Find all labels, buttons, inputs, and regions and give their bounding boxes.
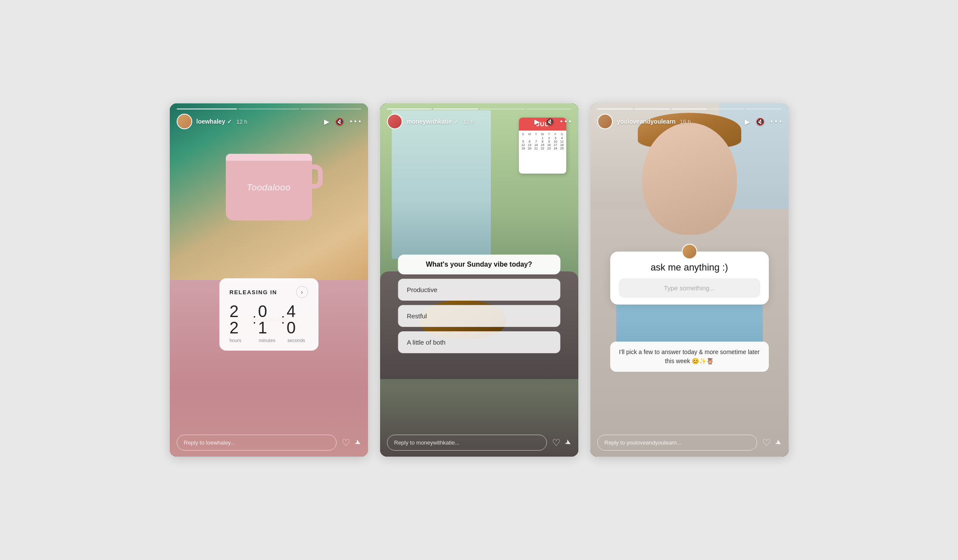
poll-question: What's your Sunday vibe today? [398, 255, 560, 274]
more-icon-3[interactable]: • • • [771, 118, 782, 125]
window-light [392, 110, 491, 258]
ask-input[interactable]: Type something... [619, 278, 760, 298]
poll-widget: What's your Sunday vibe today? Productiv… [398, 255, 560, 358]
more-icon-1[interactable]: • • • [350, 118, 361, 125]
countdown-label-hours: hours [230, 338, 245, 343]
progress-bar-2 [238, 109, 299, 109]
heart-icon-3[interactable]: ♡ [762, 437, 771, 448]
countdown-arrow-button[interactable]: › [296, 286, 308, 298]
story-2-header: moneywithkatie ✓ 12 h ▶ 🔇 • • • [380, 103, 578, 133]
progress-bar-3 [300, 109, 361, 109]
mug-text: Toodalooo [247, 182, 291, 193]
progress-bar-3-1 [597, 109, 633, 109]
share-icon-3[interactable]: ➤ [773, 437, 783, 448]
ask-avatar [682, 244, 697, 259]
story-3-header: youloveandyoulearn 16 h ▶ 🔇 • • • [590, 103, 789, 133]
story-1-username: loewhaley ✓ [197, 118, 232, 125]
story-card-1: Toodalooo Toodalooo RELEASING IN › 2 2 :… [170, 103, 368, 457]
play-icon-3[interactable]: ▶ [745, 118, 750, 126]
story-1-time: 12 h [236, 118, 247, 125]
stories-container: Toodalooo Toodalooo RELEASING IN › 2 2 :… [170, 103, 789, 457]
pick-few-text: I'll pick a few to answer today & more s… [610, 342, 769, 372]
progress-bars-3 [597, 109, 782, 109]
countdown-label-minutes: minutes [259, 338, 276, 343]
story-1-avatar[interactable] [177, 114, 192, 129]
progress-bars-2 [387, 109, 571, 109]
story-2-footer: Reply to moneywithkatie... ♡ ➤ [380, 429, 578, 457]
poll-option-2[interactable]: Restful [398, 305, 560, 327]
heart-icon-2[interactable]: ♡ [552, 437, 561, 448]
play-icon-2[interactable]: ▶ [534, 118, 540, 126]
progress-bar-2-2 [433, 109, 478, 109]
story-2-avatar[interactable] [387, 114, 403, 129]
heart-icon-1[interactable]: ♡ [342, 437, 350, 448]
countdown-seconds: 4 0 [287, 303, 308, 336]
poll-option-1[interactable]: Productive [398, 279, 560, 301]
progress-bar-2-1 [387, 109, 432, 109]
play-icon-1[interactable]: ▶ [324, 118, 329, 126]
story-card-2: JUL SMTWTFS 1234 567891011 1213141516171… [380, 103, 578, 457]
ask-title: ask me anything :) [619, 262, 760, 273]
countdown-colon-2: : [281, 311, 285, 327]
countdown-minutes: 0 1 [258, 303, 279, 336]
story-3-avatar[interactable] [597, 114, 613, 129]
progress-bars-1 [177, 109, 361, 109]
mute-icon-3[interactable]: 🔇 [756, 118, 765, 126]
poll-option-3[interactable]: A little of both [398, 331, 560, 353]
share-icon-1[interactable]: ➤ [353, 437, 363, 448]
progress-bar-3-2 [634, 109, 670, 109]
countdown-colon-1: : [253, 311, 256, 327]
ask-widget: ask me anything :) Type something... [610, 252, 769, 305]
progress-bar-3-5 [746, 109, 781, 109]
story-1-header: loewhaley ✓ 12 h ▶ 🔇 • • • [170, 103, 368, 133]
countdown-title: RELEASING IN [230, 289, 277, 296]
progress-bar-1 [177, 109, 237, 109]
story-3-time: 16 h [680, 118, 691, 125]
progress-bar-2-4 [526, 109, 571, 109]
story-1-footer: Reply to loewhaley... ♡ ➤ [170, 429, 368, 457]
chevron-right-icon: › [301, 289, 303, 296]
countdown-label-seconds: seconds [287, 338, 305, 343]
share-icon-2[interactable]: ➤ [563, 437, 573, 448]
reply-input-2[interactable]: Reply to moneywithkatie... [387, 435, 547, 451]
story-3-footer: Reply to youloveandyoulearn... ♡ ➤ [590, 429, 789, 457]
countdown-hours: 2 2 [230, 303, 251, 336]
story-3-username: youloveandyoulearn [617, 118, 676, 125]
mute-icon-1[interactable]: 🔇 [335, 118, 344, 126]
more-icon-2[interactable]: • • • [560, 118, 571, 125]
story-2-username: moneywithkatie ✓ [407, 118, 459, 125]
verified-badge-2: ✓ [454, 118, 459, 125]
progress-bar-3-3 [671, 109, 707, 109]
story-2-time: 12 h [463, 118, 474, 125]
progress-bar-3-4 [708, 109, 744, 109]
verified-badge-1: ✓ [227, 118, 232, 125]
reply-input-1[interactable]: Reply to loewhaley... [177, 435, 337, 451]
reply-input-3[interactable]: Reply to youloveandyoulearn... [597, 435, 757, 451]
story-card-3: ask me anything :) Type something... I'l… [590, 103, 789, 457]
countdown-numbers: 2 2 : 0 1 : 4 0 [230, 303, 308, 336]
person-image [590, 103, 789, 344]
progress-bar-2-3 [480, 109, 525, 109]
countdown-widget: RELEASING IN › 2 2 : 0 1 : 4 0 hours min… [219, 278, 318, 351]
mute-icon-2[interactable]: 🔇 [546, 118, 554, 126]
